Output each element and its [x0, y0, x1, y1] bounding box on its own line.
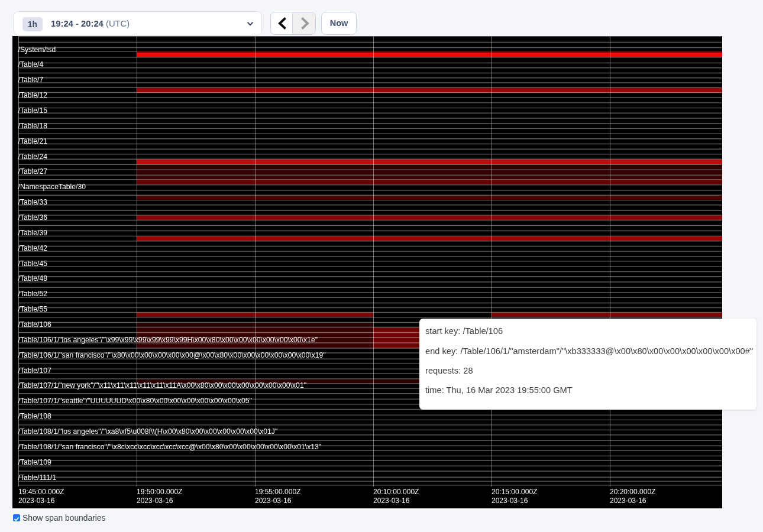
- svg-text:/Table/109: /Table/109: [18, 458, 51, 466]
- svg-text:/Table/48: /Table/48: [18, 274, 48, 283]
- svg-text:/Table/27: /Table/27: [18, 167, 48, 176]
- svg-text:/Table/21: /Table/21: [18, 137, 48, 145]
- svg-text:/Table/33: /Table/33: [18, 198, 48, 206]
- svg-text:/Table/106/1/"san francisco"/": /Table/106/1/"san francisco"/"\x80\x00\x…: [18, 351, 326, 359]
- svg-text:/NamespaceTable/30: /NamespaceTable/30: [18, 183, 86, 191]
- svg-text:/Table/52: /Table/52: [18, 290, 48, 298]
- svg-text:/Table/4: /Table/4: [18, 60, 44, 69]
- svg-text:/Table/108/1/"los angeles"/"\x: /Table/108/1/"los angeles"/"\xa8\xf5\u00…: [18, 427, 278, 436]
- svg-text:/Table/107/1/"seattle"/"UUUUUU: /Table/107/1/"seattle"/"UUUUUUD\x00\x80\…: [18, 397, 252, 405]
- svg-text:2023-03-16: 2023-03-16: [137, 497, 173, 505]
- svg-text:/Table/107: /Table/107: [18, 366, 51, 375]
- svg-text:20:10:00.000Z: 20:10:00.000Z: [373, 488, 419, 496]
- svg-text:2023-03-16: 2023-03-16: [373, 497, 410, 505]
- svg-text:19:45:00.000Z: 19:45:00.000Z: [18, 488, 64, 496]
- svg-text:/Table/111/1: /Table/111/1: [18, 473, 57, 482]
- svg-text:/Table/18: /Table/18: [18, 122, 48, 130]
- svg-text:/Table/108: /Table/108: [18, 412, 51, 420]
- svg-text:/System/tsd: /System/tsd: [18, 46, 56, 54]
- svg-text:/Table/7: /Table/7: [18, 76, 44, 84]
- svg-text:19:50:00.000Z: 19:50:00.000Z: [137, 488, 182, 496]
- svg-text:/Table/39: /Table/39: [18, 229, 48, 237]
- svg-text:/Table/24: /Table/24: [18, 153, 48, 161]
- svg-text:/Table/15: /Table/15: [18, 106, 48, 115]
- svg-text:20:20:00.000Z: 20:20:00.000Z: [610, 488, 655, 496]
- svg-text:/Table/42: /Table/42: [18, 244, 48, 252]
- svg-text:2023-03-16: 2023-03-16: [492, 497, 528, 505]
- svg-text:/Table/55: /Table/55: [18, 305, 48, 313]
- svg-text:2023-03-16: 2023-03-16: [18, 497, 55, 505]
- svg-text:/Table/106: /Table/106: [18, 320, 51, 329]
- svg-text:2023-03-16: 2023-03-16: [610, 497, 646, 505]
- svg-text:/Table/106/1/"los angeles"/"\x: /Table/106/1/"los angeles"/"\x99\x99\x99…: [18, 336, 318, 344]
- svg-text:20:15:00.000Z: 20:15:00.000Z: [492, 488, 537, 496]
- svg-text:/Table/107/1/"new york"/"\x11\: /Table/107/1/"new york"/"\x11\x11\x11\x1…: [18, 381, 307, 390]
- svg-text:/Table/108/1/"san francisco"/": /Table/108/1/"san francisco"/"\x8c\xcc\x…: [18, 443, 322, 451]
- svg-text:19:55:00.000Z: 19:55:00.000Z: [255, 488, 300, 496]
- svg-text:/Table/36: /Table/36: [18, 213, 48, 222]
- svg-text:/Table/12: /Table/12: [18, 91, 48, 99]
- svg-text:/Table/45: /Table/45: [18, 259, 48, 268]
- svg-text:2023-03-16: 2023-03-16: [255, 497, 292, 505]
